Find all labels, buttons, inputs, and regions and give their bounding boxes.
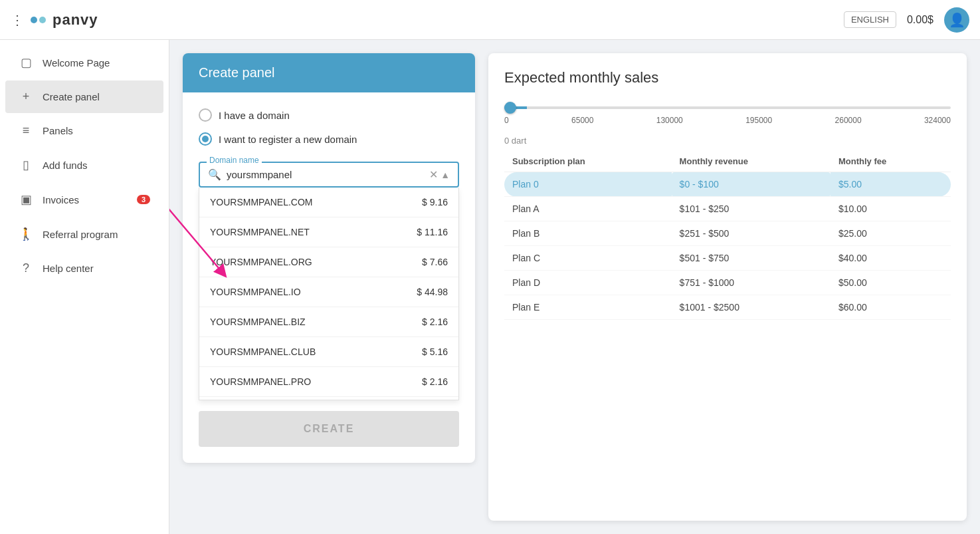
slider-label-1: 65000: [571, 116, 593, 125]
plan-name-2: Plan B: [504, 221, 672, 246]
sidebar: ▢ Welcome Page + Create panel ≡ Panels ▯…: [0, 40, 169, 534]
domain-row[interactable]: YOURSMMPANEL.BIZ $ 2.16: [199, 307, 458, 337]
domain-input-actions: ✕ ▲: [429, 168, 450, 181]
table-row: Plan 0 $0 - $100 $5.00: [504, 172, 951, 197]
sidebar-label-addfunds: Add funds: [43, 160, 150, 171]
domain-name-5: YOURSMMPANEL.CLUB: [210, 346, 316, 357]
create-panel-card: Create panel I have a domain I want to r…: [183, 53, 475, 463]
domain-name-0: YOURSMMPANEL.COM: [210, 197, 313, 207]
create-button[interactable]: CREATE: [199, 411, 459, 447]
sidebar-label-welcome: Welcome Page: [43, 57, 150, 68]
domain-row[interactable]: YOURSMMPANEL.IO $ 44.98: [199, 277, 458, 307]
sidebar-item-help[interactable]: ? Help center: [5, 252, 163, 285]
col-header-revenue: Monthly revenue: [672, 151, 831, 172]
card-title: Create panel: [199, 65, 275, 80]
sales-table: Subscription plan Monthly revenue Monthl…: [504, 151, 951, 320]
domain-name-3: YOURSMMPANEL.IO: [210, 287, 301, 297]
table-row: Plan C $501 - $750 $40.00: [504, 246, 951, 271]
domain-price-1: $ 11.16: [417, 227, 448, 237]
radio-label-new: I want to register a new domain: [219, 134, 357, 145]
domain-row[interactable]: YOURSMMPANEL.ORG $ 7.66: [199, 247, 458, 277]
domain-name-4: YOURSMMPANEL.BIZ: [210, 317, 306, 327]
sidebar-item-welcome[interactable]: ▢ Welcome Page: [5, 46, 163, 79]
plan-fee-4: $50.00: [831, 271, 951, 295]
sidebar-item-referral[interactable]: 🚶 Referral program: [5, 217, 163, 251]
slider-labels: 0 65000 130000 195000 260000 324000: [504, 116, 951, 125]
sidebar-item-create[interactable]: + Create panel: [5, 80, 163, 113]
sidebar-label-referral: Referral program: [43, 229, 150, 240]
addfunds-icon: ▯: [19, 158, 33, 172]
plan-name-0: Plan 0: [504, 172, 672, 197]
logo-text: panvy: [52, 11, 98, 29]
welcome-icon: ▢: [19, 55, 33, 70]
domain-row[interactable]: YOURSMMPANEL.PRO $ 2.16: [199, 367, 458, 397]
plan-fee-1: $10.00: [831, 197, 951, 221]
plan-name-5: Plan E: [504, 295, 672, 320]
sidebar-item-invoices[interactable]: ▣ Invoices 3: [5, 183, 163, 216]
radio-group: I have a domain I want to register a new…: [199, 108, 459, 146]
sales-slider[interactable]: [504, 106, 951, 109]
domain-row[interactable]: YOURSMMPANEL.COM $ 9.16: [199, 188, 458, 217]
card-body: I have a domain I want to register a new…: [183, 92, 475, 463]
dropdown-arrow-icon[interactable]: ▲: [441, 170, 450, 180]
main-content: Create panel I have a domain I want to r…: [169, 40, 980, 534]
sidebar-label-help: Help center: [43, 263, 150, 274]
create-icon: +: [19, 90, 33, 104]
plan-revenue-3: $501 - $750: [672, 246, 831, 271]
logo: [31, 17, 46, 23]
balance-display: 0.00$: [907, 14, 933, 26]
col-header-fee: Monthly fee: [831, 151, 951, 172]
right-panel: Expected monthly sales 0 65000 130000 19…: [488, 53, 967, 521]
plan-fee-3: $40.00: [831, 246, 951, 271]
slider-label-5: 324000: [924, 116, 951, 125]
domain-input[interactable]: [227, 169, 424, 180]
plan-revenue-0: $0 - $100: [672, 172, 831, 197]
menu-icon[interactable]: ⋮: [11, 12, 24, 28]
clear-button[interactable]: ✕: [429, 168, 438, 181]
radio-new-domain[interactable]: I want to register a new domain: [199, 132, 459, 146]
sidebar-label-invoices: Invoices: [43, 194, 128, 205]
slider-label-3: 195000: [745, 116, 772, 125]
plan-name-3: Plan C: [504, 246, 672, 271]
radio-circle-have: [199, 108, 212, 122]
domain-input-row: 🔍 ✕ ▲: [199, 162, 459, 188]
logo-dot-1: [31, 17, 37, 23]
sidebar-item-panels[interactable]: ≡ Panels: [5, 114, 163, 147]
plan-revenue-1: $101 - $250: [672, 197, 831, 221]
referral-icon: 🚶: [19, 227, 33, 241]
sidebar-label-create: Create panel: [43, 91, 150, 102]
plan-revenue-5: $1001 - $2500: [672, 295, 831, 320]
table-row: Plan A $101 - $250 $10.00: [504, 197, 951, 221]
panels-icon: ≡: [19, 124, 33, 138]
domain-price-5: $ 5.16: [422, 346, 448, 357]
domain-row-partial[interactable]: YOURSMMPANEL.ONLINE $ 1.16: [199, 397, 458, 400]
plan-name-4: Plan D: [504, 271, 672, 295]
invoices-icon: ▣: [19, 192, 33, 207]
slider-container: 0 65000 130000 195000 260000 324000: [504, 100, 951, 125]
domain-price-6: $ 2.16: [422, 376, 448, 387]
domain-dropdown: YOURSMMPANEL.COM $ 9.16 YOURSMMPANEL.NET…: [199, 188, 459, 400]
logo-dot-2: [39, 17, 46, 23]
sidebar-item-addfunds[interactable]: ▯ Add funds: [5, 148, 163, 182]
domain-price-2: $ 7.66: [422, 257, 448, 267]
help-icon: ?: [19, 261, 33, 275]
domain-field-wrapper: Domain name 🔍 ✕ ▲ YOURSMM: [199, 162, 459, 400]
domain-price-3: $ 44.98: [417, 287, 448, 297]
radio-circle-new: [199, 132, 212, 146]
radio-have-domain[interactable]: I have a domain: [199, 108, 459, 122]
invoices-badge: 3: [137, 195, 150, 204]
plan-revenue-4: $751 - $1000: [672, 271, 831, 295]
sidebar-label-panels: Panels: [43, 125, 150, 136]
domain-row[interactable]: YOURSMMPANEL.CLUB $ 5.16: [199, 337, 458, 367]
domain-price-0: $ 9.16: [422, 197, 448, 207]
slider-label-4: 260000: [835, 116, 862, 125]
plan-name-1: Plan A: [504, 197, 672, 221]
domain-name-6: YOURSMMPANEL.PRO: [210, 376, 311, 387]
language-button[interactable]: ENGLISH: [844, 11, 896, 28]
avatar[interactable]: 👤: [944, 7, 969, 33]
domain-row[interactable]: YOURSMMPANEL.NET $ 11.16: [199, 217, 458, 247]
panel-title: Expected monthly sales: [504, 69, 951, 86]
search-icon: 🔍: [208, 168, 221, 181]
col-header-plan: Subscription plan: [504, 151, 672, 172]
slider-label-0: 0: [504, 116, 509, 125]
